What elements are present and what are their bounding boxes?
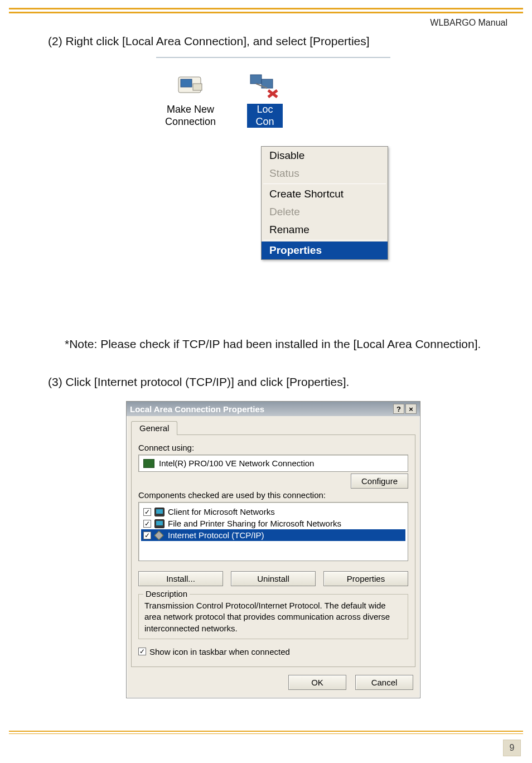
context-menu-figure: Make New Connection Loc: [156, 57, 390, 315]
checkbox-icon[interactable]: ✓: [143, 532, 151, 539]
configure-button[interactable]: Configure: [351, 474, 408, 489]
connect-using-label: Connect using:: [138, 443, 408, 452]
adapter-name: Intel(R) PRO/100 VE Network Connection: [159, 458, 314, 468]
monitor-icon: [154, 508, 165, 516]
menu-separator: [263, 240, 386, 240]
local-area-connection-label: Loc Con: [247, 104, 283, 128]
description-text: Transmission Control Protocol/Internet P…: [144, 600, 402, 634]
top-rule: [9, 8, 523, 13]
menu-separator: [263, 183, 386, 184]
component-file-printer-label: File and Printer Sharing for Microsoft N…: [168, 519, 341, 528]
folder-modem-icon: [173, 69, 209, 100]
make-new-connection-item[interactable]: Make New Connection: [165, 69, 216, 128]
menu-item-create-shortcut[interactable]: Create Shortcut: [262, 185, 388, 203]
checkbox-icon[interactable]: ✓: [143, 508, 151, 516]
share-icon: [154, 519, 165, 528]
components-label: Components checked are used by this conn…: [138, 490, 408, 500]
local-area-connection-properties-dialog: Local Area Connection Properties ? × Gen…: [126, 401, 420, 698]
dialog-footer: OK Cancel: [127, 667, 420, 698]
dialog-titlebar: Local Area Connection Properties ? ×: [127, 402, 420, 416]
local-area-connection-item[interactable]: Loc Con: [247, 69, 283, 128]
svg-rect-3: [250, 75, 262, 84]
adapter-field: Intel(R) PRO/100 VE Network Connection: [138, 455, 408, 472]
menu-item-delete: Delete: [262, 203, 388, 221]
menu-item-rename[interactable]: Rename: [262, 221, 388, 239]
instruction-step-3: (3) Click [Internet protocol (TCP/IP)] a…: [48, 375, 499, 389]
component-client-label: Client for Microsoft Networks: [168, 507, 275, 516]
bottom-rule: [9, 731, 523, 734]
tab-panel-general: Connect using: Intel(R) PRO/100 VE Netwo…: [131, 434, 415, 667]
component-client[interactable]: ✓ Client for Microsoft Networks: [141, 506, 405, 518]
protocol-icon: [154, 531, 165, 540]
menu-item-disable[interactable]: Disable: [262, 147, 388, 165]
svg-rect-2: [193, 84, 202, 90]
menu-item-status: Status: [262, 165, 388, 182]
properties-button[interactable]: Properties: [323, 571, 408, 586]
install-button[interactable]: Install...: [138, 571, 223, 586]
manual-title: WLBARGO Manual: [430, 18, 507, 28]
checkbox-icon[interactable]: ✓: [143, 520, 151, 528]
nic-icon: [143, 459, 154, 468]
make-new-connection-label: Make New Connection: [165, 104, 216, 128]
context-menu: Disable Status Create Shortcut Delete Re…: [261, 146, 388, 260]
tcpip-note: *Note: Please check if TCP/IP had been i…: [65, 337, 499, 351]
page-number: 9: [503, 740, 521, 756]
instruction-step-2: (2) Right click [Local Area Connection],…: [48, 35, 499, 48]
description-groupbox: Description Transmission Control Protoco…: [138, 594, 408, 639]
show-icon-row[interactable]: ✓ Show icon in taskbar when connected: [138, 647, 408, 656]
tab-strip: General: [127, 416, 420, 434]
component-tcpip[interactable]: ✓ Internet Protocol (TCP/IP): [141, 529, 405, 541]
menu-item-properties[interactable]: Properties: [262, 242, 388, 259]
cancel-button[interactable]: Cancel: [355, 675, 413, 690]
component-tcpip-label: Internet Protocol (TCP/IP): [168, 530, 264, 540]
uninstall-button[interactable]: Uninstall: [231, 571, 316, 586]
components-list[interactable]: ✓ Client for Microsoft Networks ✓ File a…: [138, 502, 408, 561]
description-legend: Description: [143, 589, 190, 598]
show-icon-label: Show icon in taskbar when connected: [149, 647, 290, 656]
tab-general[interactable]: General: [131, 421, 177, 435]
checkbox-icon[interactable]: ✓: [138, 648, 146, 655]
network-disabled-icon: [247, 69, 283, 100]
ok-button[interactable]: OK: [288, 675, 346, 690]
help-button[interactable]: ?: [393, 404, 404, 414]
close-button[interactable]: ×: [405, 404, 417, 414]
svg-rect-1: [181, 79, 192, 87]
component-file-printer[interactable]: ✓ File and Printer Sharing for Microsoft…: [141, 518, 405, 529]
dialog-title: Local Area Connection Properties: [130, 404, 264, 414]
